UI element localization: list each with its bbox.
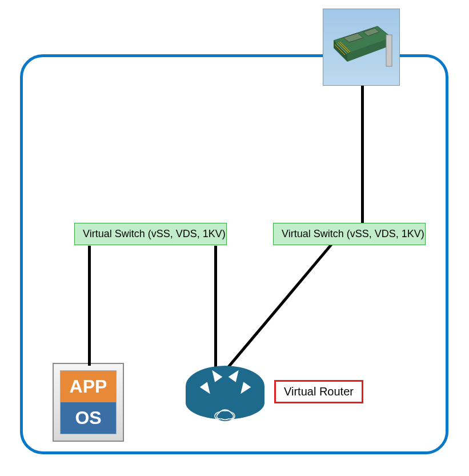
virtual-switch-left: Virtual Switch (vSS, VDS, 1KV) [74,223,227,245]
virtual-router-icon [186,366,264,423]
svg-rect-3 [386,35,392,66]
vswitch-right-label: Virtual Switch (vSS, VDS, 1KV) [282,228,424,239]
vswitch-left-label: Virtual Switch (vSS, VDS, 1KV) [83,228,226,239]
app-label: APP [61,371,116,402]
nic-card-icon [323,9,400,86]
link-vswitch-left-to-router [214,246,217,370]
link-nic-to-vswitch-right [361,85,364,224]
link-vswitch-left-to-vm [88,246,91,366]
virtual-switch-right: Virtual Switch (vSS, VDS, 1KV) [273,223,426,245]
virtual-machine-icon: APP OS [53,363,124,442]
virtual-router-label-box: Virtual Router [274,380,363,403]
os-label: OS [61,402,116,434]
virtual-router-label: Virtual Router [284,385,354,398]
